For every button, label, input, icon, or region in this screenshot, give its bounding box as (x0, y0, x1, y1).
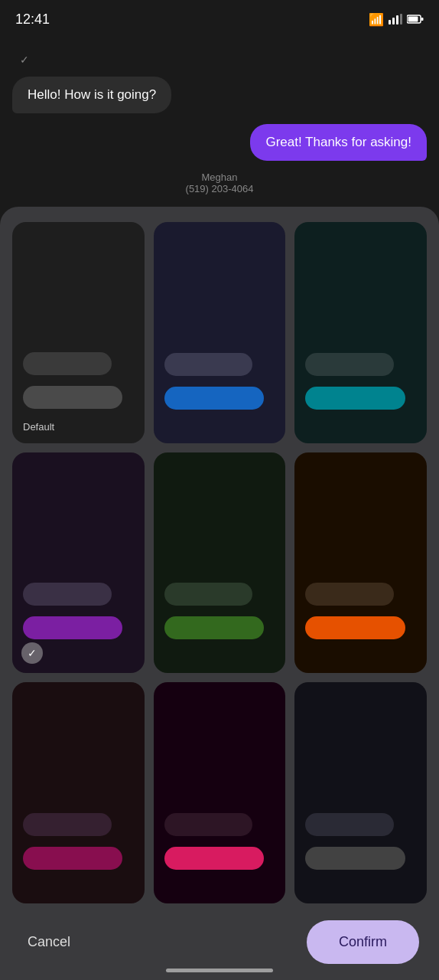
checkmark-area: ✓ (12, 54, 427, 66)
theme-gray-top-bubble (305, 813, 394, 836)
message-checkmark: ✓ (20, 54, 29, 66)
theme-card-gray[interactable] (294, 682, 427, 903)
svg-rect-1 (392, 18, 395, 24)
cancel-button[interactable]: Cancel (20, 926, 78, 958)
contact-phone: (519) 203-4064 (12, 183, 427, 194)
theme-gray-bottom-bubble (305, 847, 405, 870)
svg-rect-6 (421, 18, 424, 21)
theme-green-top-bubble (164, 583, 253, 606)
theme-default-bottom-bubble (23, 386, 122, 409)
theme-pink-bright-bottom-bubble (164, 847, 264, 870)
svg-rect-2 (396, 15, 398, 24)
chat-area: ✓ Hello! How is it going? Great! Thanks … (0, 38, 439, 222)
received-bubble: Hello! How is it going? (12, 77, 171, 113)
theme-pink-dark-top-bubble (23, 813, 112, 836)
status-bar: 12:41 📶 (0, 0, 439, 38)
theme-blue-top-bubble (164, 353, 253, 376)
theme-teal-top-bubble (305, 353, 394, 376)
confirm-button[interactable]: Confirm (307, 920, 419, 964)
theme-green-bottom-bubble (164, 616, 264, 639)
theme-default-label: Default (23, 421, 134, 433)
svg-rect-3 (400, 14, 402, 24)
contact-info: Meghan (519) 203-4064 (12, 172, 427, 194)
home-indicator (166, 969, 273, 972)
svg-rect-0 (389, 20, 391, 24)
theme-purple-top-bubble (23, 583, 112, 606)
theme-purple-bottom-bubble (23, 616, 122, 639)
theme-blue-bottom-bubble (164, 387, 264, 410)
status-icons: 📶 (369, 12, 424, 27)
theme-card-green[interactable] (154, 452, 286, 674)
sent-bubble: Great! Thanks for asking! (250, 124, 427, 161)
contact-name: Meghan (12, 172, 427, 183)
wifi-icon: 📶 (369, 12, 384, 27)
battery-icon (407, 15, 424, 24)
signal-icon (389, 14, 402, 24)
theme-picker-sheet: Default✓ Cancel Confirm (0, 207, 439, 980)
theme-card-pink-dark[interactable] (12, 682, 145, 903)
svg-rect-5 (408, 17, 418, 22)
theme-card-teal[interactable] (294, 222, 427, 443)
theme-card-pink-bright[interactable] (154, 682, 286, 903)
theme-card-orange[interactable] (294, 452, 427, 674)
theme-orange-bottom-bubble (305, 616, 405, 639)
theme-pink-dark-bottom-bubble (23, 847, 122, 870)
status-time: 12:41 (15, 11, 50, 28)
theme-card-blue[interactable] (154, 222, 286, 443)
theme-teal-bottom-bubble (305, 387, 405, 410)
theme-card-purple[interactable]: ✓ (12, 452, 145, 674)
theme-grid: Default✓ (12, 222, 427, 903)
theme-orange-top-bubble (305, 583, 394, 606)
theme-default-top-bubble (23, 352, 112, 375)
theme-card-default[interactable]: Default (12, 222, 145, 443)
theme-pink-bright-top-bubble (164, 813, 253, 836)
